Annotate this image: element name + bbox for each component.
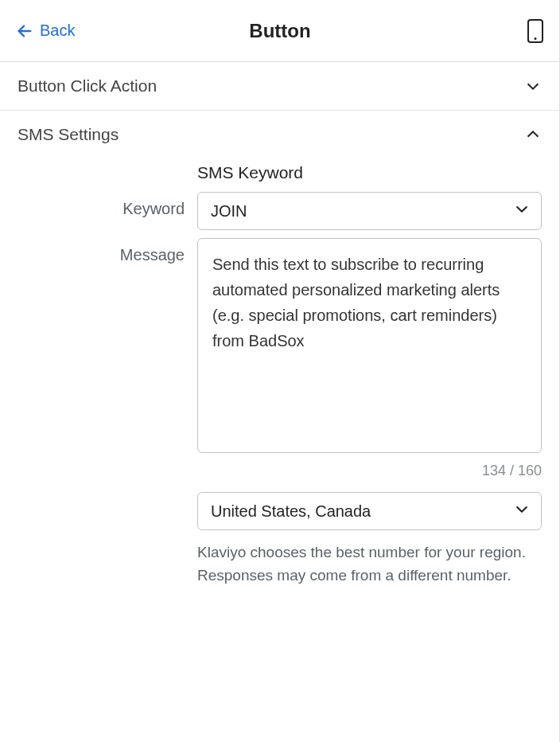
sending-region-dropdown[interactable]: United States, Canada — [197, 492, 542, 530]
keyword-dropdown-value: JOIN — [211, 202, 247, 221]
chevron-down-icon — [524, 77, 542, 95]
chevron-down-icon — [514, 502, 530, 521]
character-counter: 134 / 160 — [197, 463, 542, 479]
section-button-click-action: Button Click Action — [0, 62, 559, 111]
page-header: Back Button — [0, 0, 559, 62]
page-title: Button — [249, 20, 310, 42]
section-title: SMS Settings — [18, 125, 119, 144]
chevron-up-icon — [524, 126, 542, 143]
sending-region-label: Sending Region — [18, 491, 185, 742]
keyword-dropdown[interactable]: JOIN — [197, 192, 542, 230]
keyword-label: Keyword — [18, 192, 185, 218]
back-arrow-icon — [16, 22, 33, 40]
mobile-device-icon[interactable] — [527, 19, 543, 43]
message-label: Message — [18, 238, 185, 264]
chevron-down-icon — [514, 201, 530, 221]
section-title: Button Click Action — [18, 76, 157, 96]
sms-keyword-heading: SMS Keyword — [197, 163, 542, 182]
back-label: Back — [40, 21, 75, 40]
section-toggle-button-click-action[interactable]: Button Click Action — [0, 62, 559, 110]
back-button[interactable]: Back — [16, 21, 75, 40]
message-textarea[interactable] — [197, 238, 542, 453]
sending-region-help: Klaviyo chooses the best number for your… — [197, 541, 542, 587]
sending-region-value: United States, Canada — [211, 502, 371, 521]
section-toggle-sms-settings[interactable]: SMS Settings — [0, 111, 559, 158]
section-sms-settings: SMS Settings SMS Keyword Keyword JOIN — [0, 111, 559, 742]
